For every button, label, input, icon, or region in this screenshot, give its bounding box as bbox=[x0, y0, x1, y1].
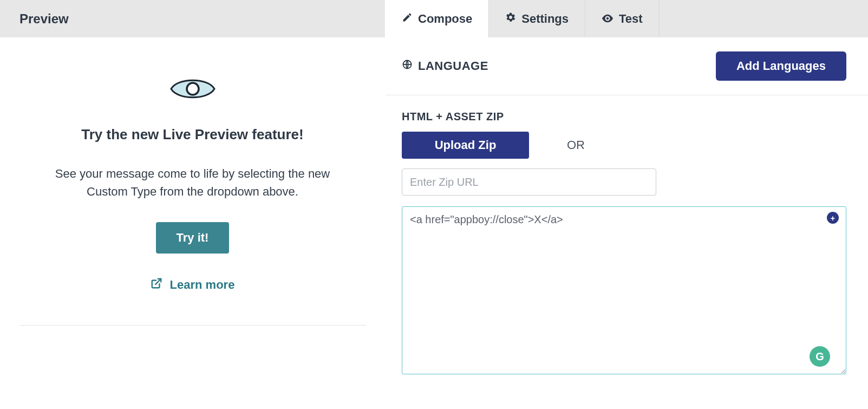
external-link-icon bbox=[151, 277, 162, 293]
plus-icon: + bbox=[831, 213, 836, 223]
try-it-button[interactable]: Try it! bbox=[156, 222, 230, 254]
tab-settings[interactable]: Settings bbox=[489, 0, 585, 37]
add-snippet-button[interactable]: + bbox=[827, 212, 839, 224]
eye-small-icon bbox=[602, 12, 614, 26]
tab-test[interactable]: Test bbox=[585, 0, 660, 37]
learn-more-label: Learn more bbox=[170, 278, 235, 292]
svg-point-2 bbox=[606, 17, 609, 19]
preview-description: See your message come to life by selecti… bbox=[36, 165, 350, 200]
upload-zip-button[interactable]: Upload Zip bbox=[402, 132, 529, 159]
tab-test-label: Test bbox=[619, 12, 643, 26]
tab-compose[interactable]: Compose bbox=[386, 0, 489, 37]
code-editor-wrap: + G bbox=[402, 206, 846, 376]
html-code-textarea[interactable] bbox=[402, 206, 846, 374]
divider bbox=[19, 325, 366, 326]
language-label-group: LANGUAGE bbox=[402, 59, 488, 73]
grammarly-badge[interactable]: G bbox=[810, 346, 830, 367]
language-bar: LANGUAGE Add Languages bbox=[386, 37, 868, 95]
eye-icon bbox=[170, 75, 216, 105]
preview-heading: Try the new Live Preview feature! bbox=[81, 126, 303, 143]
zip-url-input[interactable] bbox=[402, 168, 656, 196]
g-icon: G bbox=[815, 350, 824, 363]
learn-more-link[interactable]: Learn more bbox=[151, 277, 235, 293]
compose-body: HTML + ASSET ZIP Upload Zip OR + G bbox=[386, 95, 868, 387]
add-languages-button[interactable]: Add Languages bbox=[716, 51, 846, 81]
tabs-bar: Compose Settings Test bbox=[386, 0, 868, 37]
preview-pane: Preview Try the new Live Preview feature… bbox=[0, 0, 385, 409]
preview-title: Preview bbox=[19, 11, 69, 27]
editor-pane: Compose Settings Test LANGUAGE bbox=[385, 0, 868, 409]
svg-line-1 bbox=[155, 279, 161, 284]
or-label: OR bbox=[567, 138, 585, 152]
svg-point-0 bbox=[187, 83, 199, 95]
upload-row: Upload Zip OR bbox=[402, 132, 846, 159]
preview-body: Try the new Live Preview feature! See yo… bbox=[0, 37, 385, 409]
globe-icon bbox=[402, 59, 413, 73]
tab-settings-label: Settings bbox=[521, 12, 569, 26]
tab-compose-label: Compose bbox=[418, 12, 472, 26]
preview-header: Preview bbox=[0, 0, 385, 37]
pencil-icon bbox=[402, 12, 413, 26]
gear-icon bbox=[505, 12, 516, 26]
html-asset-label: HTML + ASSET ZIP bbox=[402, 111, 846, 123]
language-label: LANGUAGE bbox=[418, 59, 488, 73]
